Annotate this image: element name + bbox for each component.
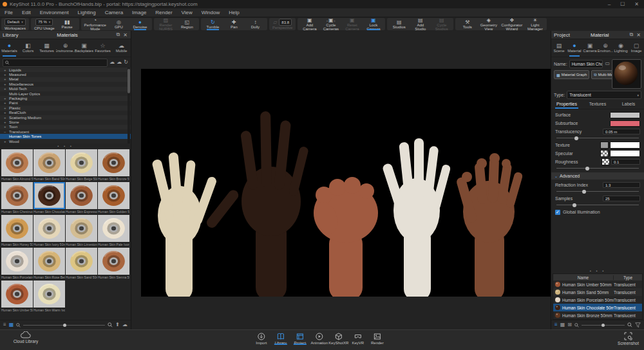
subtab-textures[interactable]: Textures <box>582 100 613 109</box>
tree-expander[interactable]: + <box>4 125 8 129</box>
list-view-icon[interactable]: ≡ <box>3 322 6 327</box>
refraction-index-value[interactable]: 1.3 <box>603 182 640 188</box>
render-nurbs-button[interactable]: ▨ Render NURBS <box>155 18 176 30</box>
configurator-wizard-button[interactable]: ❖ Configurator Wizard <box>499 18 524 30</box>
lock-camera-button[interactable]: ▣ Lock Camera <box>363 18 384 30</box>
tree-scrollbar[interactable] <box>128 68 130 143</box>
tab-favorites[interactable]: ☆ Favorites <box>93 39 112 57</box>
zoom-out-icon[interactable] <box>16 323 21 327</box>
material-preview-ball[interactable] <box>612 59 641 89</box>
gpu-button[interactable]: ◎ GPU <box>108 18 129 30</box>
tab-environment[interactable]: ⊕ Environ... <box>598 39 613 57</box>
tree-item[interactable]: Human Skin Tones <box>0 134 131 138</box>
tree-item[interactable]: + Miscellaneous <box>0 82 131 86</box>
render-button[interactable]: Render <box>368 331 386 345</box>
tumble-button[interactable]: ↻ Tumble <box>202 18 223 30</box>
material-table-row[interactable]: Human Skin Porcelain 50mm Translucent <box>553 296 642 304</box>
tab-lighting[interactable]: ◉ Lighting <box>613 39 629 57</box>
tab-colors[interactable]: ◧ Colors <box>19 39 37 57</box>
tab-image[interactable]: ▢ Image <box>629 39 644 57</box>
tab-environments[interactable]: ⊕ Environme... <box>56 39 75 57</box>
reset-camera-button[interactable]: ▣ Reset Camera <box>341 18 363 30</box>
tab-camera[interactable]: ▣ Camera <box>582 39 598 57</box>
denoise-button[interactable]: ● Denoise <box>129 18 151 30</box>
refraction-index-slider[interactable] <box>555 189 640 194</box>
tree-expander[interactable]: + <box>4 82 8 86</box>
tab-mobile[interactable]: ☁ Mobile <box>112 39 131 57</box>
material-table-row[interactable]: Human Skin Sand 50mm Translucent <box>553 288 642 296</box>
tree-expander[interactable]: + <box>4 97 8 100</box>
menu-item[interactable]: Render <box>151 8 176 17</box>
filter-icon[interactable] <box>635 322 641 328</box>
samples-slider[interactable] <box>555 203 640 208</box>
geometry-view-button[interactable]: ◈ Geometry View <box>478 18 499 30</box>
material-thumbnail[interactable]: Human Skin Sienna 50... <box>98 248 129 280</box>
cycle-studios-button[interactable]: ▤ Cycle Studios <box>431 18 452 30</box>
roughness-slider[interactable] <box>555 166 640 171</box>
material-name-input[interactable]: Human Skin Chocolate 50mm <box>569 60 603 68</box>
grid-view-icon[interactable]: ▦ <box>9 322 14 327</box>
subtab-labels[interactable]: Labels <box>613 100 644 109</box>
workspaces-button[interactable]: Default▾ Workspaces <box>3 18 28 30</box>
screenshot-button[interactable]: Screenshot <box>618 332 639 345</box>
cpu-usage-dropdown[interactable]: 75 %▾ <box>35 19 53 26</box>
tab-backplates[interactable]: ▣ Backplates <box>75 39 93 57</box>
project-pagination-dots[interactable]: • • • <box>551 268 644 273</box>
cloud-library-sync-icon[interactable]: ☁ <box>122 322 128 327</box>
cpu-usage-button[interactable]: 75 %▾ CPU Usage <box>32 18 57 30</box>
material-thumbnail[interactable]: Human Skin Bronze 50... <box>98 149 129 181</box>
tree-expander[interactable]: + <box>4 68 8 72</box>
tree-item[interactable]: + RealCloth <box>0 111 131 115</box>
close-button[interactable]: ✕ <box>634 1 639 7</box>
tree-item[interactable]: + Metal <box>0 77 131 82</box>
close-panel-icon[interactable]: ✕ <box>636 32 641 38</box>
roughness-texture-icon[interactable] <box>601 158 610 165</box>
material-table-row[interactable]: Human Skin Chocolate 50mm Translucent <box>553 304 642 311</box>
material-thumbnail[interactable]: Human Skin Limestone ... <box>66 215 97 247</box>
tree-expander[interactable]: + <box>4 140 8 143</box>
material-thumbnail[interactable]: Human Skin Chocolate ... <box>33 182 65 214</box>
project-button[interactable]: Project <box>291 331 309 345</box>
menu-item[interactable]: Camera <box>100 8 128 17</box>
column-header-name[interactable]: Name <box>553 275 614 280</box>
tree-item[interactable]: + Measured <box>0 72 131 77</box>
tree-item[interactable]: + Mold-Tech <box>0 87 131 91</box>
cloud-sync-icon[interactable]: ☁ <box>117 60 122 65</box>
zoom-in-icon[interactable] <box>108 322 113 327</box>
material-thumbnail[interactable]: Human Skin Band 50mm <box>33 149 65 181</box>
realtime-viewport[interactable] <box>131 31 551 329</box>
tab-textures[interactable]: ▦ Textures <box>37 39 56 57</box>
cycle-cameras-button[interactable]: ‹ ▣ › Cycle Cameras <box>320 18 341 30</box>
light-manager-button[interactable]: ☀ Light Manager <box>524 18 545 30</box>
minimize-button[interactable]: – <box>608 1 611 7</box>
material-table-row[interactable]: Human Skin Umber 50mm Translucent <box>553 281 642 288</box>
tab-materials[interactable]: ● Materials <box>0 39 19 57</box>
studios-button[interactable]: ▤ Studios <box>388 18 410 30</box>
tree-expander[interactable]: + <box>4 106 8 110</box>
tree-expander[interactable]: + <box>4 73 8 77</box>
add-studio-button[interactable]: ▤ Add Studio <box>410 18 431 30</box>
material-thumbnail[interactable]: Human Skin Chestnut 5... <box>1 182 33 214</box>
tools-button[interactable]: ⚒ Tools <box>457 18 478 30</box>
surface-color-swatch[interactable] <box>610 112 640 118</box>
tree-item[interactable]: + Toon <box>0 125 131 129</box>
refresh-icon[interactable]: ↻ <box>124 60 128 65</box>
material-thumbnail[interactable]: Human Skin Espresso 5... <box>66 182 97 214</box>
row-size-slider[interactable] <box>582 323 625 327</box>
material-thumbnail[interactable]: Human Skin Porcelain 5... <box>1 248 33 280</box>
tab-material[interactable]: ● Material <box>567 39 582 57</box>
cycle-right-icon[interactable]: › <box>334 19 336 23</box>
subsurface-color-swatch[interactable] <box>610 120 640 127</box>
tree-view-icon[interactable]: ⊞ <box>567 322 572 327</box>
zoom-in-icon[interactable] <box>627 322 632 327</box>
material-type-select[interactable]: Translucent ▾ <box>567 91 641 99</box>
keyvr-button[interactable]: KeyVR <box>349 331 367 345</box>
library-search-input[interactable] <box>12 60 106 65</box>
menu-item[interactable]: Environment <box>35 8 73 17</box>
tree-expander[interactable]: + <box>4 101 8 105</box>
name-tag-icon[interactable]: ▭ <box>605 61 610 66</box>
zoom-out-icon[interactable] <box>574 323 579 327</box>
tree-expander[interactable]: + <box>4 77 8 81</box>
tree-item[interactable]: Multi-Layer Optics <box>0 91 131 96</box>
tree-expander[interactable]: + <box>4 116 8 120</box>
